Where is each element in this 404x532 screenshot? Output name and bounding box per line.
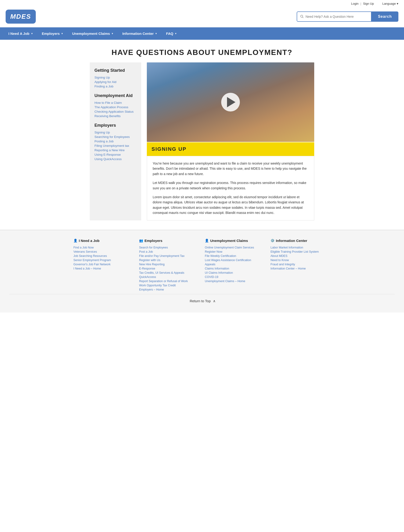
sidebar-link-applying-for-aid[interactable]: Applying for Aid: [95, 80, 136, 84]
chevron-down-icon: ▾: [62, 32, 63, 35]
footer-link[interactable]: Register with Us: [139, 258, 199, 262]
svg-line-1: [302, 17, 303, 18]
video-player[interactable]: [147, 62, 314, 142]
footer-icon: ⚙️: [270, 239, 275, 242]
footer-link[interactable]: Appeals: [205, 262, 265, 266]
top-bar: Login | Sign Up Language ▾: [0, 0, 404, 7]
footer-link[interactable]: Labor Market Information: [270, 245, 331, 250]
nav-item-information-center[interactable]: Information Center▾: [118, 27, 161, 40]
footer-section: 👤Unemployment ClaimsOnline Unemployment …: [205, 239, 265, 292]
header: MDES Search: [0, 7, 404, 27]
footer-link[interactable]: Tax Credits, UI Services & Appeals: [139, 271, 199, 275]
footer-link[interactable]: I Need a Job – Home: [73, 266, 134, 271]
search-area: Search: [297, 12, 398, 22]
sidebar-link-signing-up[interactable]: Signing Up: [95, 75, 136, 80]
footer-section-title: 👥Employers: [139, 239, 199, 243]
footer-link[interactable]: File Weekly Certification: [205, 254, 265, 258]
footer-link[interactable]: Lost Wages Assistance Certification: [205, 258, 265, 262]
footer-link[interactable]: Fraud and Integrity: [270, 262, 331, 266]
footer-grid: 👤I Need a JobFind a Job NowVeterans Serv…: [73, 239, 331, 292]
footer-icon: 👥: [139, 239, 143, 242]
nav-label: Unemployment Claims: [72, 32, 110, 36]
footer-link[interactable]: Find a Job Now: [73, 245, 134, 250]
sidebar-section-title: Employers: [95, 123, 136, 128]
footer-link[interactable]: UI Claims Information: [205, 271, 265, 275]
sidebar-link-receiving-benefits[interactable]: Receiving Benefits: [95, 114, 136, 118]
section-banner-title: SIGNING UP: [152, 146, 186, 152]
footer: 👤I Need a JobFind a Job NowVeterans Serv…: [0, 230, 404, 312]
footer-link[interactable]: Post a Job: [139, 250, 199, 254]
search-input-wrapper: [297, 12, 372, 22]
text-content: You're here because you are unemployed a…: [147, 156, 314, 220]
text-paragraph: Let MDES walk you through our registrati…: [153, 180, 308, 191]
chevron-down-icon: ▾: [397, 2, 398, 5]
logo-text: MDES: [10, 13, 31, 20]
divider: |: [360, 2, 361, 5]
chevron-down-icon: ▾: [112, 32, 113, 35]
nav-label: Information Center: [122, 32, 154, 36]
footer-link[interactable]: QuickAccess: [139, 275, 199, 279]
footer-link[interactable]: Veterans Services: [73, 250, 134, 254]
search-button[interactable]: Search: [372, 12, 398, 22]
content-area: SIGNING UP You're here because you are u…: [147, 62, 314, 220]
search-icon: [300, 14, 304, 19]
footer-link[interactable]: About MDES: [270, 254, 331, 258]
footer-link[interactable]: Claims Information: [205, 266, 265, 271]
language-selector[interactable]: Language ▾: [382, 2, 398, 5]
login-link[interactable]: Login: [351, 2, 359, 5]
footer-link[interactable]: Report Separation or Refusal of Work: [139, 279, 199, 283]
footer-link[interactable]: Job Searching Resources: [73, 254, 134, 258]
footer-link[interactable]: Work Opportunity Tax Credit: [139, 283, 199, 287]
footer-link[interactable]: Eligible Training Provider List System: [270, 250, 331, 254]
nav-item-employers[interactable]: Employers▾: [37, 27, 68, 40]
sidebar-link-posting-a-job[interactable]: Posting a Job: [95, 139, 136, 144]
sidebar-link-checking-application-status[interactable]: Checking Application Status: [95, 109, 136, 114]
footer-link[interactable]: New Hire Reporting: [139, 262, 199, 266]
nav-label: Employers: [42, 32, 60, 36]
nav-label: FAQ: [166, 32, 173, 36]
footer-link[interactable]: File and/or Pay Unemployment Tax: [139, 254, 199, 258]
sidebar-link-reporting-a-new-hire[interactable]: Reporting a New Hire: [95, 148, 136, 152]
footer-section: 👤I Need a JobFind a Job NowVeterans Serv…: [73, 239, 134, 292]
sidebar-link-searching-for-employees[interactable]: Searching for Employees: [95, 135, 136, 139]
svg-point-0: [301, 15, 302, 17]
footer-icon: 👤: [73, 239, 77, 242]
footer-section-title: ⚙️Information Center: [270, 239, 331, 243]
sidebar-link-the-application-process[interactable]: The Application Process: [95, 105, 136, 109]
chevron-up-icon: ∧: [213, 299, 216, 303]
footer-link[interactable]: Need to Know: [270, 258, 331, 262]
sidebar-section-title: Getting Started: [95, 68, 136, 73]
sidebar-link-signing-up[interactable]: Signing Up: [95, 130, 136, 135]
footer-link[interactable]: Governor's Job Fair Network: [73, 262, 134, 266]
play-icon: [227, 97, 235, 107]
nav-item-faq[interactable]: FAQ▾: [161, 27, 181, 40]
footer-link[interactable]: Information Center – Home: [270, 266, 331, 271]
footer-link[interactable]: COVID-19: [205, 275, 265, 279]
sidebar-link-finding-a-job[interactable]: Finding a Job: [95, 84, 136, 89]
footer-link[interactable]: Online Unemployment Claim Services: [205, 245, 265, 250]
nav-item-unemployment-claims[interactable]: Unemployment Claims▾: [67, 27, 118, 40]
sidebar-link-using-e-response[interactable]: Using E-Response: [95, 152, 136, 157]
nav-label: I Need A Job: [8, 32, 29, 36]
main-content: Getting StartedSigning UpApplying for Ai…: [85, 62, 319, 230]
footer-link[interactable]: Unemployment Claims – Home: [205, 279, 265, 283]
nav-item-i-need-a-job[interactable]: I Need A Job▾: [4, 27, 37, 40]
footer-link[interactable]: Register Now: [205, 250, 265, 254]
sidebar-link-filing-unemployment-tax[interactable]: Filing Unemployment tax: [95, 144, 136, 148]
footer-link[interactable]: E-Response: [139, 266, 199, 271]
sidebar-link-using-quickaccess[interactable]: Using QuickAccess: [95, 157, 136, 161]
return-to-top-button[interactable]: Return to Top ∧: [9, 294, 395, 308]
search-input[interactable]: [306, 15, 368, 19]
signup-link[interactable]: Sign Up: [363, 2, 374, 5]
footer-link[interactable]: Search for Employees: [139, 245, 199, 250]
footer-icon: 👤: [205, 239, 209, 242]
sidebar-link-how-to-file-a-claim[interactable]: How to File a Claim: [95, 101, 136, 105]
footer-section: ⚙️Information CenterLabor Market Informa…: [270, 239, 331, 292]
logo[interactable]: MDES: [6, 10, 36, 24]
footer-section: 👥EmployersSearch for EmployeesPost a Job…: [139, 239, 199, 292]
chevron-down-icon: ▾: [155, 32, 157, 35]
play-button[interactable]: [221, 93, 240, 112]
footer-link[interactable]: Senior Employment Program: [73, 258, 134, 262]
footer-section-title: 👤Unemployment Claims: [205, 239, 265, 243]
footer-link[interactable]: Employers – Home: [139, 287, 199, 292]
